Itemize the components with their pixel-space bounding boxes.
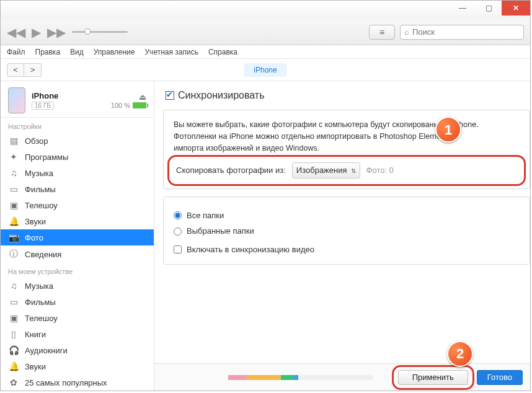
device-header: iPhone 16 ГБ ⏏ 100 %	[1, 81, 154, 118]
menu-help[interactable]: Справка	[208, 48, 237, 56]
apply-button[interactable]: Применить	[398, 370, 468, 385]
callout-2: 2	[447, 341, 473, 367]
movies-icon: ▭	[8, 297, 19, 307]
nav-forward-button[interactable]: >	[24, 63, 42, 77]
window-maximize-button[interactable]: ▢	[476, 1, 502, 15]
camera-icon: 📷	[8, 232, 19, 242]
sidebar-item-tvshows[interactable]: ▣Телешоу	[1, 197, 154, 213]
photo-count: Фото: 0	[366, 164, 394, 177]
window-titlebar: — ▢ ✕	[1, 1, 530, 19]
sync-checkbox[interactable]	[166, 91, 174, 100]
movies-icon: ▭	[8, 184, 19, 194]
description-panel: Вы можете выбрать, какие фотографии с ко…	[163, 110, 530, 189]
menu-controls[interactable]: Управление	[94, 48, 135, 56]
next-icon[interactable]: ▶▶	[47, 25, 66, 40]
sidebar-ondevice-movies[interactable]: ▭Фильмы	[1, 294, 154, 310]
prev-icon[interactable]: ◀◀	[7, 25, 25, 40]
sidebar-group-settings: Настройки	[1, 118, 154, 133]
sidebar-ondevice-music[interactable]: ♫Музыка	[1, 278, 154, 294]
window-close-button[interactable]: ✕	[502, 1, 530, 15]
device-thumbnail-icon	[8, 87, 25, 113]
include-video-checkbox[interactable]: Включать в синхронизацию видео	[174, 244, 520, 256]
sync-title: Синхронизировать	[178, 90, 265, 101]
menu-file[interactable]: Файл	[7, 48, 25, 56]
nav-row: < > iPhone	[1, 59, 530, 81]
radio-all-folders[interactable]: Все папки	[174, 210, 520, 222]
music-icon: ♫	[8, 281, 19, 291]
apps-icon: ✦	[8, 152, 19, 162]
description-text: Вы можете выбрать, какие фотографии с ко…	[174, 119, 520, 154]
bell-icon: 🔔	[8, 361, 19, 371]
overview-icon: ▤	[8, 136, 19, 146]
sidebar-item-movies[interactable]: ▭Фильмы	[1, 181, 154, 197]
copy-from-highlight: Скопировать фотографии из: Изображения ⇅…	[171, 159, 522, 182]
eject-icon[interactable]: ⏏	[139, 92, 146, 102]
search-icon: ⌕	[404, 27, 409, 37]
callout-1: 1	[435, 117, 461, 143]
sidebar-ondevice-tones[interactable]: 🔔Звуки	[1, 358, 154, 374]
bottom-bar: Применить Готово 2	[154, 363, 530, 391]
menu-view[interactable]: Вид	[70, 48, 84, 56]
bell-icon: 🔔	[8, 216, 19, 226]
sidebar-item-tones[interactable]: 🔔Звуки	[1, 213, 154, 229]
sidebar-ondevice-audiobooks[interactable]: 🎧Аудиокниги	[1, 342, 154, 358]
copy-from-dropdown[interactable]: Изображения ⇅	[292, 162, 360, 179]
play-icon[interactable]: ▶	[32, 25, 41, 40]
tv-icon: ▣	[8, 200, 19, 210]
sidebar-ondevice-top25[interactable]: ✿25 самых популярных	[1, 374, 154, 391]
chevron-down-icon: ⇅	[351, 166, 356, 175]
sidebar-item-overview[interactable]: ▤Обзор	[1, 133, 154, 149]
sidebar: iPhone 16 ГБ ⏏ 100 % Настройки ▤Обзор ✦П…	[1, 81, 154, 391]
menubar: Файл Правка Вид Управление Учетная запис…	[1, 45, 530, 59]
sidebar-item-music[interactable]: ♫Музыка	[1, 165, 154, 181]
headphones-icon: 🎧	[8, 345, 19, 355]
radio-selected-folders[interactable]: Выбранные папки	[174, 225, 520, 237]
sidebar-item-photos[interactable]: 📷Фото	[1, 229, 154, 245]
search-input[interactable]: ⌕	[400, 25, 524, 40]
volume-slider[interactable]	[72, 31, 128, 33]
battery-icon	[133, 102, 146, 108]
sidebar-item-apps[interactable]: ✦Программы	[1, 149, 154, 165]
gear-icon: ✿	[8, 378, 19, 387]
done-button[interactable]: Готово	[477, 370, 523, 385]
sidebar-item-info[interactable]: ⓘСведения	[1, 245, 154, 263]
list-view-button[interactable]: ≡	[369, 25, 395, 40]
copy-from-label: Скопировать фотографии из:	[176, 164, 286, 177]
menu-account[interactable]: Учетная запись	[145, 48, 198, 56]
apply-highlight: Применить	[396, 369, 471, 386]
device-name: iPhone	[32, 91, 105, 100]
folders-panel: Все папки Выбранные папки Включать в син…	[163, 196, 530, 265]
menu-edit[interactable]: Правка	[35, 48, 61, 56]
book-icon: ▯	[8, 329, 19, 339]
battery-percent: 100 %	[111, 102, 130, 109]
sidebar-ondevice-tv[interactable]: ▣Телешоу	[1, 310, 154, 326]
window-minimize-button[interactable]: —	[450, 1, 476, 15]
music-icon: ♫	[8, 168, 19, 178]
nav-back-button[interactable]: <	[7, 63, 24, 77]
device-capacity: 16 ГБ	[32, 102, 54, 110]
tv-icon: ▣	[8, 313, 19, 323]
content: Синхронизировать Вы можете выбрать, каки…	[154, 81, 530, 391]
sidebar-group-ondevice: На моем устройстве	[1, 263, 154, 278]
sidebar-ondevice-books[interactable]: ▯Книги	[1, 326, 154, 342]
device-pill[interactable]: iPhone	[244, 63, 286, 77]
storage-bar	[228, 374, 377, 381]
toolbar: ◀◀ ▶ ▶▶ ≡ ⌕	[1, 19, 530, 45]
info-icon: ⓘ	[8, 249, 19, 260]
